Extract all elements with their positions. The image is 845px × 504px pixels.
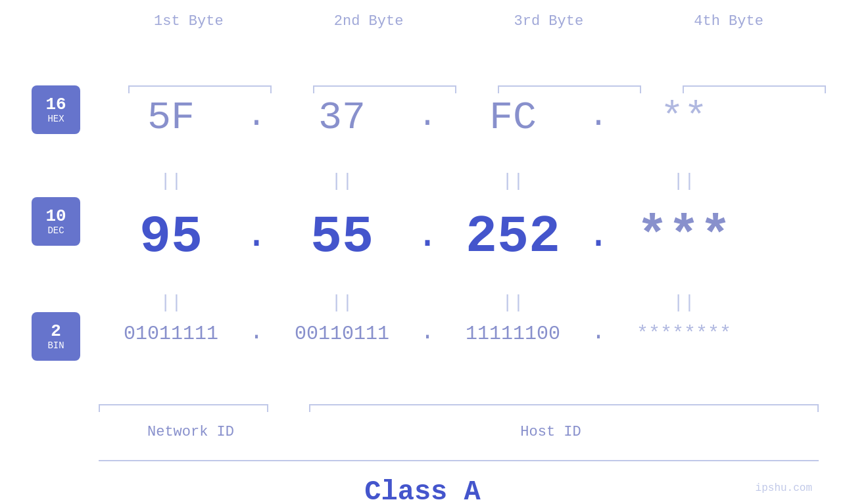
equals-dec-bin-4: || xyxy=(612,292,756,313)
equals-dec-bin-row: || || || || xyxy=(0,292,845,313)
equals-hex-dec-row: || || || || xyxy=(0,171,845,191)
bin-dot1: . xyxy=(243,319,270,346)
equals-dec-bin-1: || xyxy=(99,292,243,313)
hex-dot2: . xyxy=(414,97,441,135)
hex-row: 5F . 37 . FC . ** xyxy=(0,95,845,140)
bin-byte3-cell: 11111100 xyxy=(441,323,585,345)
hex-byte2-value: 37 xyxy=(270,95,414,140)
byte1-header: 1st Byte xyxy=(116,13,261,30)
watermark: ipshu.com xyxy=(756,482,812,494)
bin-byte4-value: ******** xyxy=(612,323,756,345)
equals-dot-spacer-2 xyxy=(414,171,441,191)
bin-byte2-value: 00110111 xyxy=(270,323,414,345)
dec-byte1-value: 95 xyxy=(99,207,243,267)
hex-byte4-cell: ** xyxy=(612,95,756,140)
byte3-header: 3rd Byte xyxy=(476,13,621,30)
hex-byte1-value: 5F xyxy=(99,95,243,140)
labels-row: Network ID Host ID xyxy=(99,424,819,440)
hex-byte2-cell: 37 xyxy=(270,95,414,140)
hex-byte3-value: FC xyxy=(441,95,585,140)
host-id-bracket xyxy=(309,404,819,412)
dec-dot2: . xyxy=(414,213,441,258)
col4-top-bracket xyxy=(683,85,826,93)
class-label: Class A xyxy=(364,476,480,504)
bin-byte1-cell: 01011111 xyxy=(99,323,243,345)
dec-dot1: . xyxy=(243,213,270,258)
bottom-divider-line xyxy=(99,460,819,461)
equals-dot-spacer-5 xyxy=(414,292,441,313)
col1-top-bracket xyxy=(128,85,272,93)
dec-byte1-cell: 95 xyxy=(99,207,243,267)
bin-dot2: . xyxy=(414,319,441,346)
equals-hex-dec-3: || xyxy=(441,171,585,191)
hex-byte4-value: ** xyxy=(612,95,756,140)
dec-byte2-cell: 55 xyxy=(270,207,414,267)
hex-dot3: . xyxy=(585,97,612,135)
host-id-label: Host ID xyxy=(283,424,819,440)
equals-dot-spacer-4 xyxy=(243,292,270,313)
col2-top-bracket xyxy=(313,85,456,93)
equals-dec-bin-3: || xyxy=(441,292,585,313)
dec-byte3-cell: 252 xyxy=(441,207,585,267)
content-area: 16 HEX 5F . 37 . FC . ** || || xyxy=(0,30,845,504)
main-container: 1st Byte 2nd Byte 3rd Byte 4th Byte 16 H… xyxy=(0,0,845,504)
bin-row: 01011111 . 00110111 . 11111100 . *******… xyxy=(0,319,845,349)
dec-dot3: . xyxy=(585,213,612,258)
equals-hex-dec-1: || xyxy=(99,171,243,191)
bin-byte1-value: 01011111 xyxy=(99,323,243,345)
class-label-row: Class A xyxy=(0,476,845,504)
equals-dot-spacer-6 xyxy=(585,292,612,313)
dec-row: 95 . 55 . 252 . *** xyxy=(0,207,845,267)
equals-hex-dec-4: || xyxy=(612,171,756,191)
equals-dot-spacer-1 xyxy=(243,171,270,191)
byte4-header: 4th Byte xyxy=(656,13,801,30)
bin-byte4-cell: ******** xyxy=(612,323,756,345)
byte2-header: 2nd Byte xyxy=(297,13,441,30)
hex-byte1-cell: 5F xyxy=(99,95,243,140)
bin-byte2-cell: 00110111 xyxy=(270,323,414,345)
network-id-bracket xyxy=(99,404,268,412)
network-id-label: Network ID xyxy=(99,424,283,440)
byte-headers: 1st Byte 2nd Byte 3rd Byte 4th Byte xyxy=(0,13,845,30)
equals-dec-bin-2: || xyxy=(270,292,414,313)
equals-dot-spacer-3 xyxy=(585,171,612,191)
equals-hex-dec-2: || xyxy=(270,171,414,191)
dec-byte4-cell: *** xyxy=(612,207,756,267)
col3-top-bracket xyxy=(498,85,641,93)
bin-byte3-value: 11111100 xyxy=(441,323,585,345)
dec-byte2-value: 55 xyxy=(270,207,414,267)
dec-byte4-value: *** xyxy=(612,207,756,267)
dec-byte3-value: 252 xyxy=(441,207,585,267)
bin-dot3: . xyxy=(585,319,612,346)
hex-byte3-cell: FC xyxy=(441,95,585,140)
hex-dot1: . xyxy=(243,97,270,135)
